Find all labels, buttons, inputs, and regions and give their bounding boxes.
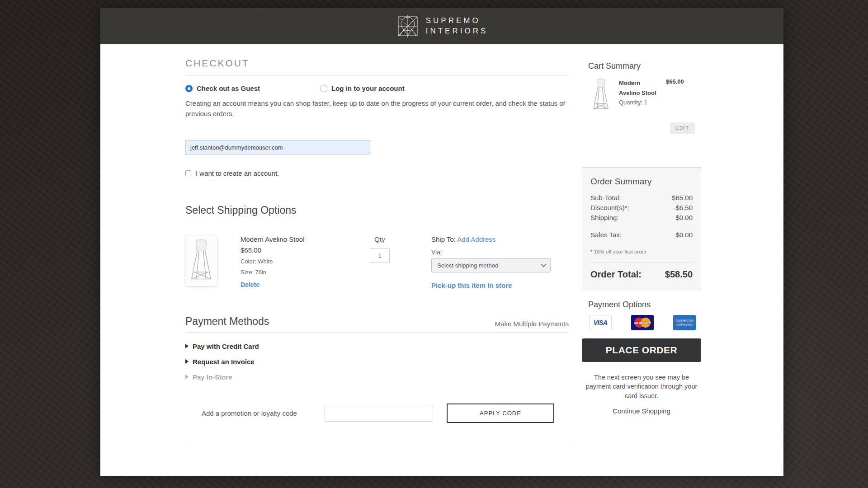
login-radio[interactable] — [320, 85, 327, 92]
promo-code-label: Add a promotion or loyalty code — [202, 409, 305, 417]
delete-item-link[interactable]: Delete — [241, 281, 259, 288]
section-divider — [185, 444, 569, 444]
apply-code-button[interactable]: APPLY CODE — [447, 404, 554, 423]
payment-options-title: Payment Options — [582, 300, 701, 310]
cart-item-quantity: Quantity: 1 — [619, 99, 664, 106]
shipping-method-value: Select shipping method — [437, 262, 541, 269]
qty-input[interactable] — [370, 249, 390, 263]
product-size: Size: 76in — [241, 269, 325, 276]
payment-methods-title: Payment Methods — [185, 315, 269, 328]
create-account-label: I want to create an account. — [196, 169, 279, 177]
guest-radio-label: Check out as Guest — [197, 84, 260, 92]
promo-code-row: Add a promotion or loyalty code APPLY CO… — [185, 404, 569, 423]
email-field[interactable] — [185, 140, 370, 155]
card-verification-note: The next screen you see may be payment c… — [582, 373, 701, 400]
accepted-cards-row: VISA MasterCard AMERICAN EXPRESS — [582, 315, 701, 330]
product-details: Modern Avelino Stool $65.00 Color: White… — [241, 235, 325, 289]
caret-right-icon — [185, 375, 189, 379]
mastercard-icon: MasterCard — [631, 315, 654, 330]
pay-credit-card-option[interactable]: Pay with Credit Card — [185, 343, 569, 350]
checkout-page-card: SUPREMO INTERIORS CHECKOUT Check out as … — [100, 8, 783, 476]
shipping-method-select[interactable]: Select shipping method — [431, 258, 551, 272]
quantity-column: Qty — [353, 235, 407, 289]
cart-summary: Cart Summary — [582, 61, 701, 134]
amex-icon: AMERICAN EXPRESS — [673, 315, 696, 330]
shipping-section-title: Select Shipping Options — [185, 204, 569, 216]
add-address-link[interactable]: Add Address — [457, 235, 495, 243]
place-order-button[interactable]: PLACE ORDER — [582, 338, 701, 362]
site-header: SUPREMO INTERIORS — [100, 8, 783, 44]
brand-name: SUPREMO INTERIORS — [426, 16, 488, 37]
cart-item-name-line2: Avelino Stool — [619, 88, 664, 98]
ship-to-label: Ship To: — [431, 235, 456, 243]
stool-image — [591, 78, 611, 112]
login-option[interactable]: Log in to your account — [320, 84, 405, 92]
order-total-label: Order Total: — [590, 269, 642, 280]
make-multiple-payments-link[interactable]: Make Multiple Payments — [495, 320, 569, 328]
stool-image — [188, 239, 214, 283]
page-title: CHECKOUT — [185, 58, 569, 75]
brand-logo-icon — [396, 14, 420, 38]
cart-summary-item: Modern Avelino Stool Quantity: 1 $65.00 — [588, 78, 701, 113]
chevron-down-icon — [541, 262, 546, 267]
product-name: Modern Avelino Stool — [241, 235, 325, 243]
cart-item-price: $65.00 — [666, 78, 684, 113]
qty-label: Qty — [353, 235, 407, 243]
promo-code-input[interactable] — [325, 405, 433, 422]
visa-icon: VISA — [589, 315, 612, 330]
edit-cart-button[interactable]: EDIT — [670, 122, 695, 134]
checkout-sidebar: Cart Summary — [582, 44, 701, 415]
request-invoice-option[interactable]: Request an Invoice — [185, 358, 569, 366]
continue-shopping-link[interactable]: Continue Shopping — [582, 407, 701, 415]
order-summary-divider — [590, 263, 693, 263]
via-label: Via: — [431, 249, 551, 256]
guest-radio[interactable] — [185, 85, 193, 92]
brand-logo[interactable]: SUPREMO INTERIORS — [396, 14, 488, 38]
product-image — [185, 235, 217, 286]
payment-methods-accordion: Pay with Credit Card Request an Invoice … — [185, 343, 569, 381]
cart-line-item: Modern Avelino Stool $65.00 Color: White… — [185, 235, 569, 289]
guest-checkout-option[interactable]: Check out as Guest — [185, 84, 320, 92]
cart-item-thumbnail — [588, 78, 613, 113]
pickup-in-store-link[interactable]: Pick-up this item in store — [431, 282, 551, 289]
sales-tax-row: Sales Tax:$0.00 — [590, 230, 693, 240]
shipping-cost-row: Shipping:$0.00 — [590, 213, 693, 223]
checkout-mode-options: Check out as Guest Log in to your accoun… — [185, 84, 569, 92]
order-total-value: $58.50 — [665, 269, 693, 280]
subtotal-row: Sub-Total:$65.00 — [590, 193, 693, 203]
discount-row: Discount(s)*:-$6.50 — [590, 203, 693, 213]
order-summary-title: Order Summary — [590, 177, 693, 187]
product-color: Color: White — [241, 258, 325, 265]
cart-item-info: Modern Avelino Stool Quantity: 1 — [619, 78, 664, 113]
cart-summary-title: Cart Summary — [588, 61, 701, 71]
caret-right-icon — [185, 359, 189, 364]
create-account-checkbox[interactable] — [185, 170, 191, 176]
cart-item-name-line1: Modern — [619, 78, 664, 88]
login-radio-label: Log in to your account — [331, 84, 405, 92]
product-price: $65.00 — [241, 246, 325, 254]
account-info-text: Creating an account means you can shop f… — [185, 98, 569, 119]
payment-methods-header: Payment Methods Make Multiple Payments — [185, 315, 569, 333]
caret-right-icon — [185, 344, 189, 348]
desktop-background: SUPREMO INTERIORS CHECKOUT Check out as … — [0, 0, 868, 488]
order-summary-box: Order Summary Sub-Total:$65.00 Discount(… — [582, 167, 701, 290]
discount-note: * 10% off your first order — [590, 249, 693, 254]
create-account-row[interactable]: I want to create an account. — [185, 169, 569, 177]
pay-in-store-option[interactable]: Pay In-Store — [185, 373, 569, 381]
ship-to-column: Ship To: Add Address Via: Select shippin… — [431, 235, 551, 289]
order-total-row: Order Total: $58.50 — [590, 269, 693, 280]
